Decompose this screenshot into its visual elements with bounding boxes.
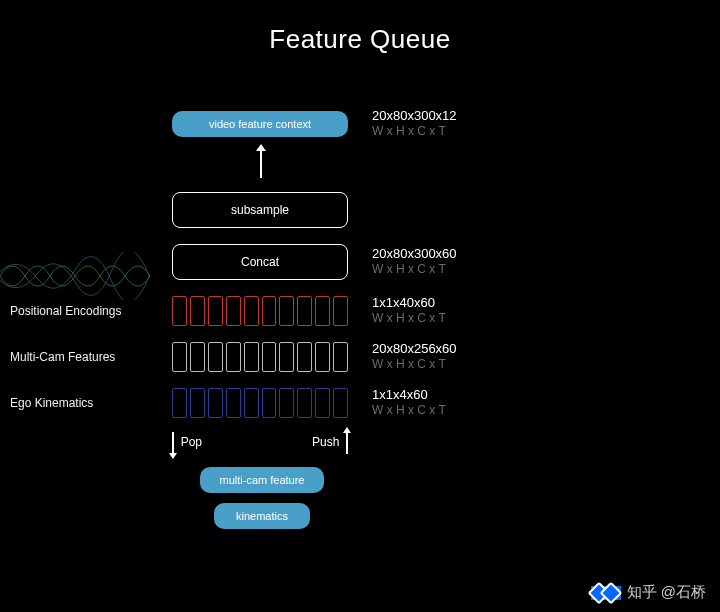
output-row: video feature context 20x80x300x12 W x H… xyxy=(0,100,720,148)
multicam-row: Multi-Cam Features 20x80x256x60 W x H x … xyxy=(0,334,720,380)
concat-dims-value: 20x80x300x60 xyxy=(372,246,457,262)
multicam-dims-value: 20x80x256x60 xyxy=(372,341,457,357)
push-label: Push xyxy=(312,435,339,449)
positional-dims: 1x1x40x60 W x H x C x T xyxy=(372,295,446,326)
output-dims: 20x80x300x12 W x H x C x T xyxy=(372,108,457,139)
multicam-input-node: multi-cam feature xyxy=(200,467,324,493)
input-multicam-row: multi-cam feature xyxy=(0,462,720,498)
ego-dims-value: 1x1x4x60 xyxy=(372,387,446,403)
subsample-node: subsample xyxy=(172,192,348,228)
watermark-text: 知乎 @石桥 xyxy=(627,583,706,600)
positional-dims-value: 1x1x40x60 xyxy=(372,295,446,311)
arrow-up-icon xyxy=(346,432,348,454)
arrow-output xyxy=(0,148,720,184)
arrow-up-icon xyxy=(260,150,262,178)
ego-dims: 1x1x4x60 W x H x C x T xyxy=(372,387,446,418)
concat-row: Concat 20x80x300x60 W x H x C x T xyxy=(0,236,720,288)
watermark: 知乎 @石桥 xyxy=(591,583,706,602)
positional-dims-format: W x H x C x T xyxy=(372,312,446,327)
concat-dims: 20x80x300x60 W x H x C x T xyxy=(372,246,457,277)
pop-label: Pop xyxy=(181,435,202,449)
multicam-label: Multi-Cam Features xyxy=(10,350,150,364)
ego-dims-format: W x H x C x T xyxy=(372,404,446,419)
video-feature-context-node: video feature context xyxy=(172,111,348,137)
positional-row: Positional Encodings 1x1x40x60 W x H x C… xyxy=(0,288,720,334)
ego-label: Ego Kinematics xyxy=(10,396,150,410)
concat-dims-format: W x H x C x T xyxy=(372,263,457,278)
kinematics-input-node: kinematics xyxy=(214,503,310,529)
multicam-queue-icon xyxy=(172,342,348,372)
arrow-down-icon xyxy=(172,432,174,454)
zhihu-logo-icon xyxy=(591,586,621,600)
output-dims-format: W x H x C x T xyxy=(372,125,457,140)
subsample-row: subsample xyxy=(0,184,720,236)
positional-label: Positional Encodings xyxy=(10,304,150,318)
positional-queue-icon xyxy=(172,296,348,326)
pop-group: Pop xyxy=(172,432,202,454)
output-dims-value: 20x80x300x12 xyxy=(372,108,457,124)
page-title: Feature Queue xyxy=(0,24,720,55)
push-group: Push xyxy=(312,432,348,454)
pop-push-row: Pop Push xyxy=(0,426,720,462)
concat-node: Concat xyxy=(172,244,348,280)
input-kinematics-row: kinematics xyxy=(0,498,720,534)
ego-row: Ego Kinematics 1x1x4x60 W x H x C x T xyxy=(0,380,720,426)
multicam-dims-format: W x H x C x T xyxy=(372,358,457,373)
multicam-dims: 20x80x256x60 W x H x C x T xyxy=(372,341,457,372)
ego-queue-icon xyxy=(172,388,348,418)
